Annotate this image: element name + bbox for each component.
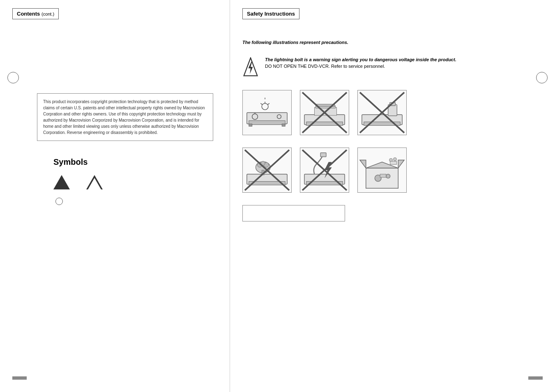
copyright-box: This product incorporates copyright prot… [37,93,213,141]
contents-label: Contents [17,11,40,17]
svg-marker-45 [398,160,404,168]
circle-marker-left-top [7,72,19,83]
illus-no-plants [242,148,292,193]
svg-rect-4 [249,124,252,126]
svg-point-9 [262,103,268,110]
svg-rect-48 [380,174,386,178]
svg-point-47 [386,174,390,178]
contents-cont: (cont.) [41,12,54,16]
illus-shipping [357,148,407,193]
right-panel: Safety Instructions The following illust… [230,0,555,392]
note-box [242,205,345,221]
symbols-title: Symbols [53,157,217,167]
warning-normal-text: DO NOT OPEN THE DVD-VCR. Refer to servic… [265,64,456,69]
page: Contents (cont.) This product incorporat… [0,0,555,392]
copyright-text: This product incorporates copyright prot… [43,99,205,135]
triangle-outline-icon [86,175,103,189]
illus-no-electrical [300,148,349,193]
warning-text: The lightning bolt is a warning sign ale… [265,57,456,69]
svg-line-13 [268,103,269,104]
triangle-solid-icon [53,175,70,189]
svg-rect-51 [390,161,397,164]
svg-point-50 [393,158,396,161]
page-bar-left [12,376,27,380]
illustrations-row-2 [242,148,543,193]
right-section-header: Safety Instructions [242,8,299,19]
illus-no-objects [300,90,349,135]
illus-ventilation [242,90,292,135]
illus-no-liquids [357,90,407,135]
small-circle-icon [55,198,63,205]
left-section-header: Contents (cont.) [12,8,59,19]
safety-instructions-label: Safety Instructions [247,11,295,17]
symbols-section: Symbols [53,157,217,205]
illustrations-row-1 [242,90,543,135]
svg-line-12 [260,103,262,104]
svg-rect-5 [282,124,285,126]
warning-bold-text: The lightning bolt is a warning sign ale… [265,57,456,62]
intro-text: The following illustrations represent pr… [242,40,543,45]
svg-marker-44 [360,160,366,168]
page-bar-right [528,376,543,380]
svg-rect-38 [320,153,326,157]
symbols-row [53,175,217,189]
svg-rect-42 [366,168,398,188]
circle-marker-right-top [536,72,548,83]
warning-row: The lightning bolt is a warning sign ale… [242,57,543,78]
lightning-icon [242,57,259,78]
left-panel: Contents (cont.) This product incorporat… [0,0,230,392]
svg-marker-1 [249,62,253,74]
svg-rect-3 [249,121,285,125]
